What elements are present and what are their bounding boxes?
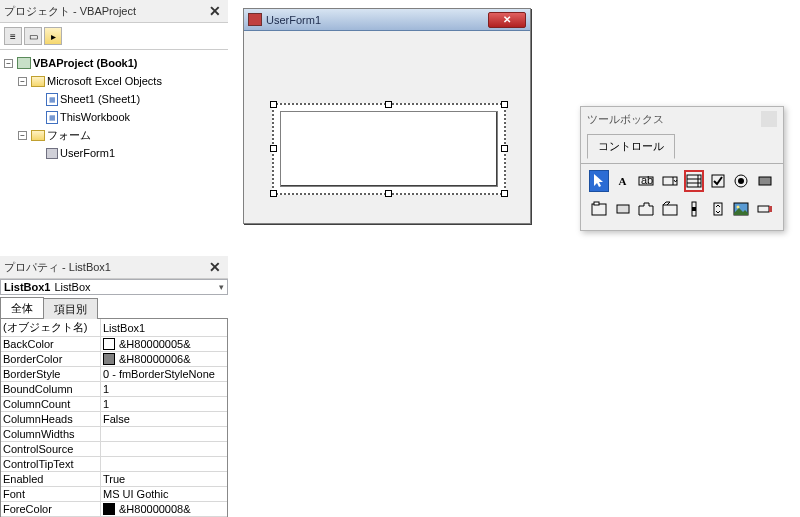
collapse-icon[interactable]: −	[18, 77, 27, 86]
resize-handle[interactable]	[270, 101, 277, 108]
toolbox-label-icon[interactable]: A	[613, 170, 633, 192]
property-row[interactable]: EnabledTrue	[1, 472, 227, 487]
tab-categorized[interactable]: 項目別	[43, 298, 98, 319]
property-name: (オブジェクト名)	[1, 319, 101, 336]
property-value[interactable]	[101, 427, 227, 441]
svg-rect-18	[769, 206, 772, 212]
view-code-button[interactable]: ≡	[4, 27, 22, 45]
property-row[interactable]: FontMS UI Gothic	[1, 487, 227, 502]
tab-alphabetic[interactable]: 全体	[0, 297, 44, 318]
property-value[interactable]: &H80000008&	[101, 502, 227, 516]
userform-close-button[interactable]: ✕	[488, 12, 526, 28]
userform-icon	[46, 148, 58, 159]
project-tree: − VBAProject (Book1) − Microsoft Excel O…	[0, 50, 228, 166]
collapse-icon[interactable]: −	[18, 131, 27, 140]
tree-userform1[interactable]: UserForm1	[4, 144, 228, 162]
property-value[interactable]: &H80000006&	[101, 352, 227, 366]
property-row[interactable]: BoundColumn1	[1, 382, 227, 397]
svg-rect-10	[617, 205, 629, 213]
collapse-icon[interactable]: −	[4, 59, 13, 68]
project-pane-titlebar[interactable]: プロジェクト - VBAProject ✕	[0, 0, 228, 23]
property-value[interactable]: &H80000005&	[101, 337, 227, 351]
property-value[interactable]: False	[101, 412, 227, 426]
resize-handle[interactable]	[270, 145, 277, 152]
resize-handle[interactable]	[501, 101, 508, 108]
property-name: Enabled	[1, 472, 101, 486]
tree-excel-objects[interactable]: − Microsoft Excel Objects	[4, 72, 228, 90]
tree-project-root[interactable]: − VBAProject (Book1)	[4, 54, 228, 72]
resize-handle[interactable]	[501, 190, 508, 197]
tree-thisworkbook[interactable]: ▦ ThisWorkbook	[4, 108, 228, 126]
toolbox-refedit-icon[interactable]	[755, 198, 775, 220]
svg-rect-17	[758, 206, 769, 212]
close-icon[interactable]	[761, 111, 777, 127]
toolbox-togglebutton-icon[interactable]	[755, 170, 775, 192]
resize-handle[interactable]	[385, 190, 392, 197]
property-row[interactable]: ColumnWidths	[1, 427, 227, 442]
toolbox-textbox-icon[interactable]: ab	[636, 170, 656, 192]
userform-window[interactable]: UserForm1 ✕	[243, 8, 531, 224]
property-name: Font	[1, 487, 101, 501]
property-value[interactable]: 1	[101, 397, 227, 411]
toolbox-image-icon[interactable]	[732, 198, 752, 220]
property-value[interactable]: MS UI Gothic	[101, 487, 227, 501]
svg-rect-13	[692, 207, 696, 211]
toolbox-frame-icon[interactable]	[589, 198, 609, 220]
resize-handle[interactable]	[270, 190, 277, 197]
vba-project-icon	[17, 57, 31, 69]
property-row[interactable]: ForeColor&H80000008&	[1, 502, 227, 517]
property-row[interactable]: ControlSource	[1, 442, 227, 457]
property-value[interactable]	[101, 442, 227, 456]
svg-rect-7	[759, 177, 771, 185]
listbox-control[interactable]	[272, 103, 506, 195]
toolbox-combobox-icon[interactable]	[660, 170, 680, 192]
property-value[interactable]: 1	[101, 382, 227, 396]
toolbox-tab-controls[interactable]: コントロール	[587, 134, 675, 159]
toolbox-spinbutton-icon[interactable]	[708, 198, 728, 220]
resize-handle[interactable]	[385, 101, 392, 108]
property-row[interactable]: BackColor&H80000005&	[1, 337, 227, 352]
folder-icon	[31, 130, 45, 141]
toggle-folders-button[interactable]: ▸	[44, 27, 62, 45]
property-value[interactable]: ListBox1	[101, 319, 227, 336]
toolbox-tabstrip-icon[interactable]	[637, 198, 657, 220]
toolbox-title: ツールボックス	[587, 112, 664, 127]
tree-forms-folder[interactable]: − フォーム	[4, 126, 228, 144]
close-icon[interactable]: ✕	[206, 3, 224, 19]
property-name: ColumnWidths	[1, 427, 101, 441]
toolbox-scrollbar-icon[interactable]	[684, 198, 704, 220]
toolbox-pointer-icon[interactable]	[589, 170, 609, 192]
close-icon[interactable]: ✕	[206, 259, 224, 275]
svg-rect-3	[687, 175, 701, 187]
property-row[interactable]: ControlTipText	[1, 457, 227, 472]
toolbox-commandbutton-icon[interactable]	[613, 198, 633, 220]
property-row[interactable]: (オブジェクト名)ListBox1	[1, 319, 227, 337]
toolbox-checkbox-icon[interactable]	[708, 170, 728, 192]
workbook-icon: ▦	[46, 111, 58, 124]
resize-handle[interactable]	[501, 145, 508, 152]
property-name: ColumnCount	[1, 397, 101, 411]
project-explorer-pane: プロジェクト - VBAProject ✕ ≡ ▭ ▸ − VBAProject…	[0, 0, 228, 166]
property-name: ControlSource	[1, 442, 101, 456]
userform-titlebar[interactable]: UserForm1 ✕	[244, 9, 530, 31]
property-row[interactable]: BorderColor&H80000006&	[1, 352, 227, 367]
userform-body[interactable]	[244, 31, 530, 223]
color-swatch	[103, 338, 115, 350]
view-object-button[interactable]: ▭	[24, 27, 42, 45]
toolbox-listbox-icon[interactable]	[684, 170, 704, 192]
property-value[interactable]: True	[101, 472, 227, 486]
properties-pane-titlebar[interactable]: プロパティ - ListBox1 ✕	[0, 256, 228, 279]
object-selector[interactable]: ListBox1 ListBox ▾	[0, 279, 228, 295]
property-tabs: 全体 項目別	[0, 297, 228, 319]
toolbox-optionbutton-icon[interactable]	[732, 170, 752, 192]
property-value[interactable]	[101, 457, 227, 471]
listbox-inner	[280, 111, 498, 187]
property-row[interactable]: ColumnCount1	[1, 397, 227, 412]
toolbox-titlebar[interactable]: ツールボックス	[581, 107, 783, 131]
property-row[interactable]: BorderStyle0 - fmBorderStyleNone	[1, 367, 227, 382]
property-value[interactable]: 0 - fmBorderStyleNone	[101, 367, 227, 381]
property-row[interactable]: ColumnHeadsFalse	[1, 412, 227, 427]
tree-sheet1[interactable]: ▦ Sheet1 (Sheet1)	[4, 90, 228, 108]
svg-rect-11	[663, 205, 677, 215]
toolbox-multipage-icon[interactable]	[660, 198, 680, 220]
